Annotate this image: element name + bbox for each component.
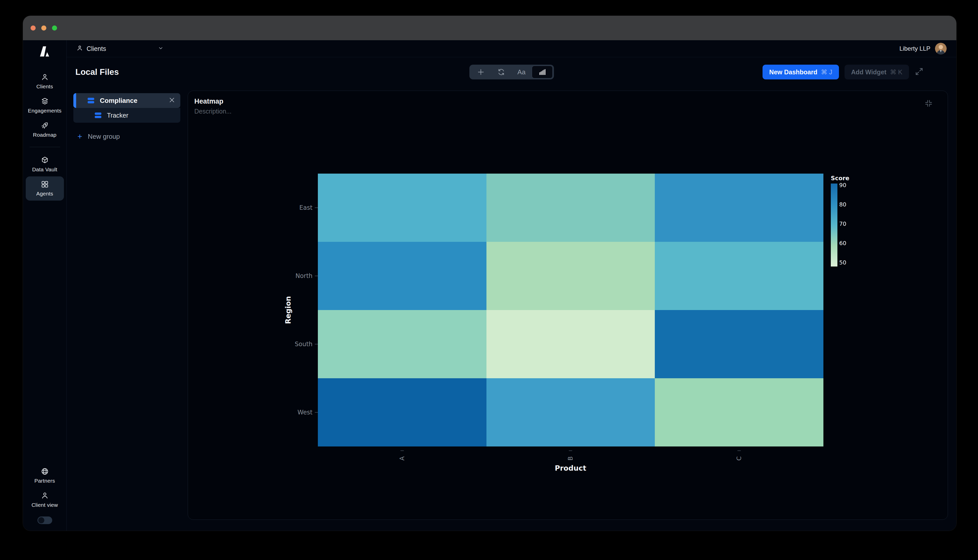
x-tick-label: B	[486, 447, 655, 462]
sidebar-item-clients[interactable]: Clients	[26, 69, 64, 93]
y-tick-label: South	[242, 310, 318, 378]
heatmap-cell-north-c[interactable]	[655, 242, 823, 310]
heatmap-cell-south-b[interactable]	[486, 310, 655, 378]
widget-toolbar: Aa	[469, 65, 554, 79]
colorbar-ticks: 9080706050	[838, 183, 846, 267]
account-name: Liberty LLP	[900, 45, 930, 52]
main-area: Clients Liberty LLP	[67, 40, 956, 531]
heatmap-cell-south-a[interactable]	[318, 310, 486, 378]
layers-icon	[41, 97, 49, 105]
add-widget-button[interactable]: Add Widget ⌘ K	[844, 65, 909, 79]
zoom-window-button[interactable]	[52, 25, 57, 30]
colorbar-tick-label: 60	[839, 240, 846, 246]
topnav-right: Liberty LLP	[900, 43, 947, 55]
chevron-down-icon	[158, 45, 164, 52]
sidebar-item-roadmap[interactable]: Roadmap	[26, 118, 64, 142]
close-window-button[interactable]	[30, 25, 36, 30]
sidebar-item-label: Engagements	[28, 108, 62, 114]
group-accent-bar	[73, 93, 76, 108]
app-logo-icon	[38, 45, 52, 59]
expand-icon[interactable]	[915, 67, 924, 77]
colorbar-tick-label: 80	[839, 202, 846, 207]
workspace-selector[interactable]: Clients	[77, 45, 164, 52]
y-tick-label: East	[242, 173, 318, 242]
heatmap-grid	[318, 173, 823, 447]
workspace-label: Clients	[87, 45, 106, 52]
page-title: Local Files	[75, 65, 119, 79]
heatmap-cell-north-b[interactable]	[486, 242, 655, 310]
sidebar-divider	[30, 147, 60, 147]
new-group-label: New group	[88, 133, 120, 140]
widget-title: Heatmap	[194, 97, 224, 105]
group-title: Compliance	[100, 97, 169, 105]
sidebar-item-engagements[interactable]: Engagements	[26, 93, 64, 118]
heatmap-cell-south-c[interactable]	[655, 310, 823, 378]
toggle-knob	[38, 517, 44, 523]
sidebar-item-label: Clients	[37, 83, 53, 90]
heatmap-cell-west-c[interactable]	[655, 378, 823, 447]
heatmap-cell-east-c[interactable]	[655, 173, 823, 242]
top-nav: Clients Liberty LLP	[67, 40, 956, 57]
legend-title: Score	[831, 175, 849, 182]
user-icon	[41, 492, 49, 500]
client-view-toggle[interactable]	[37, 517, 52, 524]
minimize-window-button[interactable]	[41, 25, 46, 30]
sidebar-item-client-view[interactable]: Client view	[26, 488, 64, 512]
group-item-label: Tracker	[107, 112, 129, 119]
user-icon	[41, 73, 49, 81]
heatmap-cell-east-b[interactable]	[486, 173, 655, 242]
sidebar: Clients Engagements	[23, 40, 67, 531]
collapse-corners-icon[interactable]	[924, 99, 933, 109]
sidebar-item-data-vault[interactable]: Data Vault	[26, 152, 64, 177]
grid-icon	[41, 180, 49, 188]
heatmap-cell-east-a[interactable]	[318, 173, 486, 242]
sidebar-item-label: Partners	[34, 478, 55, 484]
globe-icon	[41, 467, 49, 475]
plus-icon: +	[77, 132, 82, 140]
heatmap-cell-west-a[interactable]	[318, 378, 486, 447]
window-titlebar	[23, 16, 956, 40]
widget-description[interactable]: Description...	[194, 108, 232, 115]
text-tool-button[interactable]: Aa	[511, 66, 532, 78]
app-window: Clients Engagements	[23, 16, 956, 531]
colorbar	[831, 183, 838, 267]
y-tick-label: West	[242, 378, 318, 447]
header-actions: New Dashboard ⌘ J Add Widget ⌘ K	[763, 65, 924, 79]
dashboard-group-icon	[88, 98, 94, 103]
colorbar-tick-label: 70	[839, 221, 846, 227]
add-widget-label: Add Widget	[851, 68, 886, 76]
new-group-button[interactable]: + New group	[73, 132, 180, 140]
sidebar-item-label: Client view	[32, 502, 58, 508]
heatmap-cell-west-b[interactable]	[486, 378, 655, 447]
chart-tool-button[interactable]	[532, 66, 552, 78]
content-area: Local Files Aa	[67, 57, 956, 531]
new-dashboard-shortcut: ⌘ J	[821, 68, 832, 76]
cube-icon	[41, 156, 49, 164]
dashboard-item-icon	[95, 113, 101, 118]
new-dashboard-button[interactable]: New Dashboard ⌘ J	[763, 65, 839, 79]
sidebar-item-agents[interactable]: Agents	[26, 177, 64, 201]
sidebar-item-partners[interactable]: Partners	[26, 463, 64, 488]
sidebar-item-label: Data Vault	[32, 167, 57, 173]
colorbar-tick-label: 50	[839, 260, 846, 265]
rocket-icon	[41, 122, 49, 130]
new-dashboard-label: New Dashboard	[769, 68, 817, 76]
refresh-tool-button[interactable]	[491, 66, 511, 78]
avatar[interactable]	[935, 43, 947, 55]
sidebar-nav: Clients Engagements	[26, 69, 64, 201]
add-tool-button[interactable]	[471, 66, 491, 78]
close-icon[interactable]	[169, 97, 175, 104]
group-compliance[interactable]: Compliance	[73, 93, 180, 108]
group-item-tracker[interactable]: Tracker	[73, 108, 180, 123]
x-tick-label: A	[318, 447, 486, 462]
y-tick-label: North	[242, 242, 318, 310]
colorbar-tick-label: 90	[839, 183, 846, 188]
x-tick-label: C	[655, 447, 823, 462]
y-axis-tick-labels: EastNorthSouthWest	[242, 173, 318, 447]
colorbar-legend: Score 9080706050	[831, 175, 849, 267]
add-widget-shortcut: ⌘ K	[890, 68, 902, 76]
heatmap-widget-card: Heatmap Description... Region EastNorthS…	[188, 91, 948, 520]
user-icon	[77, 45, 83, 52]
heatmap-cell-north-a[interactable]	[318, 242, 486, 310]
x-axis-title: Product	[555, 464, 586, 472]
